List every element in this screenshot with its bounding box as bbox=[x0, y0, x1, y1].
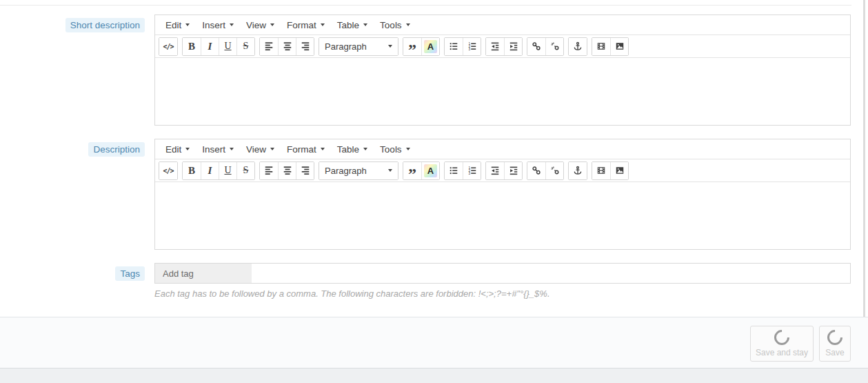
chevron-down-icon bbox=[185, 148, 190, 150]
align-right-icon bbox=[301, 166, 310, 175]
text-color-button[interactable]: A bbox=[421, 162, 439, 179]
unordered-list-icon bbox=[449, 166, 458, 175]
strikethrough-button[interactable]: S bbox=[236, 162, 254, 179]
unlink-button[interactable] bbox=[545, 38, 563, 55]
paragraph-format-select[interactable]: Paragraph bbox=[319, 38, 398, 55]
tags-input[interactable] bbox=[155, 264, 252, 283]
italic-button[interactable]: I bbox=[201, 38, 219, 55]
menu-edit[interactable]: Edit bbox=[159, 141, 196, 157]
link-button[interactable] bbox=[527, 162, 545, 179]
ordered-list-icon: 123 bbox=[467, 41, 477, 51]
chevron-down-icon bbox=[363, 23, 367, 26]
underline-button[interactable]: U bbox=[219, 38, 236, 55]
chevron-down-icon bbox=[388, 169, 392, 172]
italic-button[interactable]: I bbox=[201, 162, 219, 179]
top-divider bbox=[0, 5, 851, 6]
chevron-down-icon bbox=[230, 23, 234, 26]
menu-tools[interactable]: Tools bbox=[374, 141, 416, 157]
menu-insert[interactable]: Insert bbox=[196, 17, 240, 33]
menu-table-label: Table bbox=[337, 144, 359, 155]
source-code-button[interactable]: </> bbox=[159, 38, 177, 55]
short-description-label: Short description bbox=[65, 18, 145, 32]
editor-toolbar: </> B I U S Paragraph ” A 123 bbox=[155, 35, 850, 58]
menu-tools-label: Tools bbox=[380, 144, 402, 155]
align-center-button[interactable] bbox=[278, 38, 296, 55]
unlink-button[interactable] bbox=[545, 162, 563, 179]
indent-button[interactable] bbox=[504, 38, 522, 55]
image-button[interactable] bbox=[610, 38, 628, 55]
outdent-icon bbox=[490, 41, 500, 51]
menu-tools-label: Tools bbox=[380, 20, 402, 30]
scrollbar[interactable] bbox=[863, 0, 865, 317]
indent-icon bbox=[509, 41, 518, 51]
bold-button[interactable]: B bbox=[183, 38, 201, 55]
unordered-list-button[interactable] bbox=[445, 162, 463, 179]
menu-format[interactable]: Format bbox=[281, 141, 331, 157]
footer-bar bbox=[0, 317, 868, 368]
menu-table[interactable]: Table bbox=[331, 17, 374, 33]
indent-icon bbox=[509, 166, 518, 175]
text-color-icon: A bbox=[424, 40, 437, 53]
bold-button[interactable]: B bbox=[183, 162, 201, 179]
save-label: Save bbox=[825, 348, 844, 357]
media-button[interactable] bbox=[592, 162, 610, 179]
short-description-content-area[interactable] bbox=[155, 58, 850, 125]
ordered-list-button[interactable]: 123 bbox=[463, 162, 481, 179]
save-and-stay-button[interactable]: Save and stay bbox=[750, 326, 814, 362]
align-center-button[interactable] bbox=[278, 162, 296, 179]
menu-format-label: Format bbox=[287, 144, 316, 155]
save-button[interactable]: Save bbox=[819, 326, 851, 362]
blockquote-button[interactable]: ” bbox=[403, 38, 421, 55]
media-icon bbox=[596, 166, 606, 175]
text-color-button[interactable]: A bbox=[421, 38, 439, 55]
short-description-editor: Edit Insert View Format Table Tools </> … bbox=[154, 14, 851, 126]
outdent-icon bbox=[490, 166, 500, 175]
editor-toolbar: </> B I U S Paragraph ” A 123 bbox=[155, 159, 850, 182]
chevron-down-icon bbox=[321, 148, 325, 150]
outdent-button[interactable] bbox=[486, 38, 504, 55]
underline-button[interactable]: U bbox=[219, 162, 236, 179]
description-editor: Edit Insert View Format Table Tools </> … bbox=[154, 139, 851, 250]
anchor-button[interactable] bbox=[569, 162, 587, 179]
chevron-down-icon bbox=[406, 23, 410, 26]
align-left-icon bbox=[264, 41, 274, 51]
spinner-icon bbox=[771, 326, 792, 348]
link-button[interactable] bbox=[527, 38, 545, 55]
align-right-button[interactable] bbox=[296, 38, 314, 55]
menu-edit[interactable]: Edit bbox=[159, 17, 196, 33]
align-right-button[interactable] bbox=[296, 162, 314, 179]
menu-tools[interactable]: Tools bbox=[374, 17, 416, 33]
chevron-down-icon bbox=[270, 148, 274, 150]
unlink-icon bbox=[550, 166, 560, 175]
source-code-button[interactable]: </> bbox=[159, 162, 177, 179]
blockquote-button[interactable]: ” bbox=[403, 162, 421, 179]
menu-format[interactable]: Format bbox=[281, 17, 331, 33]
paragraph-format-select[interactable]: Paragraph bbox=[319, 162, 398, 179]
tags-label: Tags bbox=[115, 266, 145, 281]
link-icon bbox=[532, 166, 541, 175]
unordered-list-button[interactable] bbox=[445, 38, 463, 55]
ordered-list-icon: 123 bbox=[467, 166, 477, 175]
anchor-button[interactable] bbox=[569, 38, 587, 55]
menu-table[interactable]: Table bbox=[331, 141, 374, 157]
menu-insert[interactable]: Insert bbox=[196, 141, 240, 157]
page-bottom-band bbox=[0, 368, 868, 383]
indent-button[interactable] bbox=[504, 162, 522, 179]
chevron-down-icon bbox=[230, 148, 234, 150]
media-button[interactable] bbox=[592, 38, 610, 55]
image-button[interactable] bbox=[610, 162, 628, 179]
chevron-down-icon bbox=[185, 23, 190, 26]
menu-insert-label: Insert bbox=[202, 144, 225, 155]
align-left-button[interactable] bbox=[260, 38, 278, 55]
strikethrough-button[interactable]: S bbox=[236, 38, 254, 55]
outdent-button[interactable] bbox=[486, 162, 504, 179]
chevron-down-icon bbox=[270, 23, 274, 26]
paragraph-format-value: Paragraph bbox=[325, 41, 367, 52]
align-left-button[interactable] bbox=[260, 162, 278, 179]
spinner-icon bbox=[824, 326, 845, 348]
link-icon bbox=[532, 41, 541, 51]
menu-view[interactable]: View bbox=[240, 141, 281, 157]
menu-view[interactable]: View bbox=[240, 17, 281, 33]
ordered-list-button[interactable]: 123 bbox=[463, 38, 481, 55]
description-content-area[interactable] bbox=[155, 182, 850, 249]
